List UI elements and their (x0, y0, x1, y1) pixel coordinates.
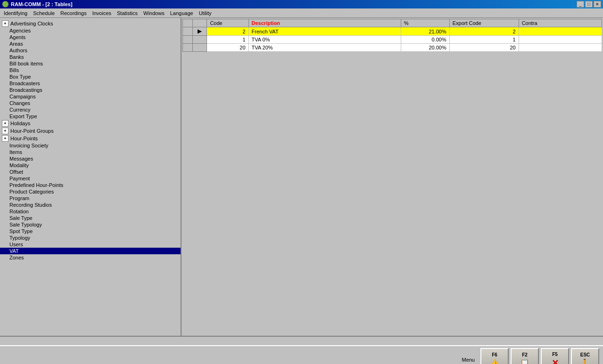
sidebar-item-modality[interactable]: Modality (0, 162, 181, 169)
sidebar-item-label: Rotation (9, 209, 29, 214)
sidebar-item-payment[interactable]: Payment (0, 175, 181, 182)
expand-icon[interactable]: + (2, 20, 8, 27)
col-description[interactable]: Description (248, 19, 401, 27)
sidebar-item-label: Program (9, 195, 29, 201)
menu-recordings[interactable]: Recordings (58, 9, 90, 17)
sidebar-item-agents[interactable]: Agents (0, 34, 181, 40)
table-row[interactable]: ▶2French VAT21.00%2 (183, 27, 602, 36)
content-area: Code Description % Export Code Contra ▶2… (182, 18, 603, 336)
menu-invoices[interactable]: Invoices (90, 9, 114, 17)
sidebar-item-messages[interactable]: Messages (0, 155, 181, 162)
sidebar-item-label: Areas (9, 41, 23, 47)
menu-schedule[interactable]: Schedule (30, 9, 58, 17)
sidebar-item-sale-type[interactable]: Sale Type (0, 215, 181, 221)
menu-identifying[interactable]: Identifying (1, 9, 30, 17)
minimize-btn[interactable]: _ (577, 1, 584, 8)
sidebar-item-vat[interactable]: VAT (0, 248, 181, 254)
bottom-toolbar: Menu F6 👍 F2 📋 F5 ✕ ESC 🚶 (0, 345, 603, 364)
sidebar-item-label: Invoicing Society (9, 143, 49, 148)
sidebar-item-bills[interactable]: Bills (0, 67, 181, 73)
row-percent: 0.00% (401, 36, 449, 44)
sidebar-item-items[interactable]: Items (0, 149, 181, 155)
sidebar-item-advertising-clocks[interactable]: +Advertising Clocks (0, 20, 181, 27)
menu-windows[interactable]: Windows (140, 9, 167, 17)
sidebar-item-label: Hour-Points (10, 136, 38, 141)
table-row[interactable]: 1TVA 0%0.00%1 (183, 36, 602, 44)
sidebar-item-label: Modality (9, 162, 29, 168)
sidebar-item-rotation[interactable]: Rotation (0, 208, 181, 215)
sidebar-item-bill-book-items[interactable]: Bill book items (0, 60, 181, 67)
window-title: RAM-COMM - [2 : Tables] (11, 1, 73, 7)
sidebar-item-hour-point-groups[interactable]: +Hour-Point Groups (0, 127, 181, 135)
sidebar-item-label: Broadcasters (9, 81, 40, 86)
table-row[interactable]: 20TVA 20%20.00%20 (183, 44, 602, 52)
sidebar-item-product-categories[interactable]: Product Categories (0, 188, 181, 195)
row-code: 2 (207, 27, 248, 36)
row-code: 20 (207, 44, 248, 52)
col-code[interactable]: Code (207, 19, 248, 27)
sidebar-item-label: Typology (9, 235, 30, 241)
close-btn[interactable]: ✕ (594, 1, 601, 8)
sidebar-item-label: Sale Type (9, 215, 33, 221)
f5-key-label: F5 (552, 352, 558, 357)
row-contra (519, 27, 602, 36)
sidebar-item-currency[interactable]: Currency (0, 106, 181, 113)
sidebar-item-label: Bill book items (9, 61, 43, 66)
sidebar-item-holidays[interactable]: +Holidays (0, 120, 181, 127)
sidebar-item-banks[interactable]: Banks (0, 54, 181, 60)
col-percent[interactable]: % (401, 19, 449, 27)
row-indicator (183, 27, 193, 36)
expand-icon[interactable]: + (2, 120, 8, 127)
sidebar-item-users[interactable]: Users (0, 241, 181, 248)
sidebar-item-areas[interactable]: Areas (0, 40, 181, 47)
sidebar-item-label: Predefined Hour-Points (9, 182, 63, 188)
col-export-code[interactable]: Export Code (449, 19, 519, 27)
row-arrow: ▶ (192, 27, 207, 36)
row-code: 1 (207, 36, 248, 44)
sidebar-item-label: Authors (9, 48, 27, 53)
sidebar-item-invoicing-society[interactable]: Invoicing Society (0, 142, 181, 149)
sidebar-item-zones[interactable]: Zones (0, 254, 181, 261)
sidebar-item-offset[interactable]: Offset (0, 169, 181, 175)
row-contra (519, 44, 602, 52)
col-contra[interactable]: Contra (519, 19, 602, 27)
sidebar-item-label: Broadcastings (9, 87, 42, 93)
f5-button[interactable]: F5 ✕ (541, 348, 569, 364)
sidebar-item-export-type[interactable]: Export Type (0, 113, 181, 120)
esc-button[interactable]: ESC 🚶 (571, 348, 599, 364)
maximize-btn[interactable]: □ (585, 1, 593, 8)
sidebar-item-authors[interactable]: Authors (0, 47, 181, 54)
expand-icon[interactable]: + (2, 135, 8, 142)
f6-button[interactable]: F6 👍 (480, 348, 509, 364)
sidebar-item-sale-typology[interactable]: Sale Typology (0, 221, 181, 228)
row-percent: 21.00% (401, 27, 449, 36)
row-contra (519, 36, 602, 44)
sidebar-item-label: Spot Type (9, 228, 33, 234)
sidebar-item-label: Currency (9, 107, 31, 113)
sidebar-item-label: Agencies (9, 28, 31, 33)
row-export-code: 20 (449, 44, 519, 52)
row-indicator (183, 44, 193, 52)
f5-icon: ✕ (552, 358, 559, 364)
sidebar: +Advertising ClocksAgenciesAgentsAreasAu… (0, 18, 182, 336)
sidebar-item-typology[interactable]: Typology (0, 235, 181, 241)
expand-icon[interactable]: + (2, 128, 8, 134)
sidebar-item-predefined-hour-points[interactable]: Predefined Hour-Points (0, 182, 181, 188)
sidebar-item-hour-points[interactable]: +Hour-Points (0, 135, 181, 142)
menu-statistics[interactable]: Statistics (114, 9, 140, 17)
sidebar-item-broadcastings[interactable]: Broadcastings (0, 87, 181, 93)
sidebar-item-label: Holidays (10, 121, 30, 126)
sidebar-item-program[interactable]: Program (0, 195, 181, 202)
sidebar-item-spot-type[interactable]: Spot Type (0, 228, 181, 235)
data-table: Code Description % Export Code Contra ▶2… (182, 19, 602, 52)
f2-button[interactable]: F2 📋 (511, 348, 539, 364)
sidebar-item-box-type[interactable]: Box Type (0, 73, 181, 80)
menu-language[interactable]: Language (167, 9, 196, 17)
menu-utility[interactable]: Utility (196, 9, 215, 17)
sidebar-item-changes[interactable]: Changes (0, 100, 181, 106)
sidebar-item-campaigns[interactable]: Campaigns (0, 93, 181, 100)
sidebar-item-recording-studios[interactable]: Recording Studios (0, 202, 181, 208)
sidebar-item-label: Users (9, 242, 23, 247)
sidebar-item-agencies[interactable]: Agencies (0, 27, 181, 34)
sidebar-item-broadcasters[interactable]: Broadcasters (0, 80, 181, 87)
